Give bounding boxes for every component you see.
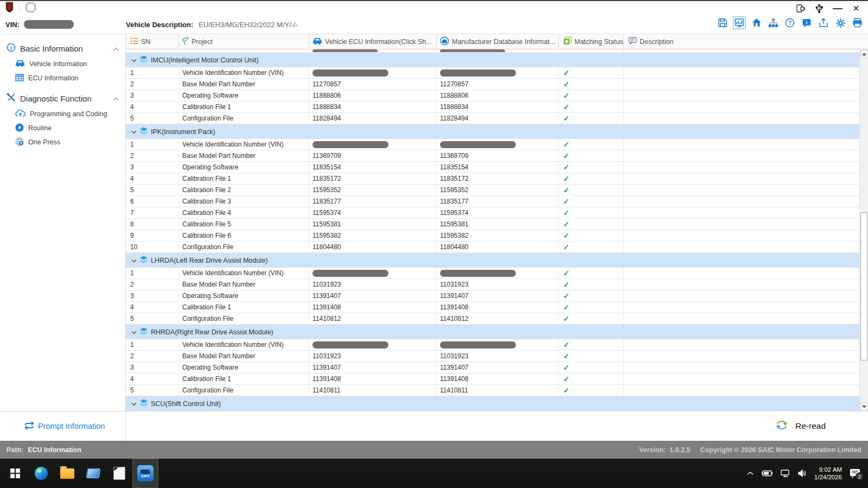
table-row[interactable]: 2 Base Model Part Number 11369709 113697… xyxy=(126,150,868,162)
taskbar-edge-button[interactable] xyxy=(28,459,54,488)
table-row[interactable]: 10 Configuration File 11804480 11804480 … xyxy=(126,242,868,253)
table-row[interactable]: 4 Calibration File 1 11391408 11391408 ✓ xyxy=(126,302,868,313)
column-header-matching-status[interactable]: Matching Status xyxy=(559,34,624,49)
chevron-down-icon[interactable] xyxy=(131,328,137,336)
table-row[interactable]: 5 Configuration File 11828494 11828494 ✓ xyxy=(126,113,868,124)
ecu-group-header[interactable]: LHRDA(Left Rear Drive Assist Module) xyxy=(126,253,868,268)
table-row[interactable]: 4 Calibration File 1 11835172 11835172 ✓ xyxy=(126,173,868,185)
table-row[interactable]: 6 Calibration File 3 11835177 11835177 ✓ xyxy=(126,196,868,207)
tools-icon xyxy=(7,93,16,104)
table-row[interactable]: 8 Calibration File 5 11595381 11595381 ✓ xyxy=(126,219,868,230)
help-icon[interactable]: ? xyxy=(783,16,796,29)
close-button[interactable]: ✕ xyxy=(851,3,861,14)
taskbar-editor-button[interactable] xyxy=(106,459,132,488)
vehicle-ecu-cell: 11835177 xyxy=(309,196,437,207)
table-row[interactable]: 1 Vehicle Identification Number (VIN) ✓ xyxy=(126,67,868,79)
topology-icon[interactable] xyxy=(767,16,780,29)
ecu-group-header[interactable]: IMCU(Intelligent Motor Control Unit) xyxy=(126,53,868,67)
table-row[interactable]: 3 Operating Software 11391407 11391407 ✓ xyxy=(126,290,868,302)
taskbar-sips-button[interactable]: SIPS xyxy=(132,459,158,488)
usb-icon[interactable] xyxy=(814,3,825,14)
sidebar-section-basic-information[interactable]: i Basic Information xyxy=(0,40,125,57)
vertical-scrollbar[interactable] xyxy=(859,49,868,411)
chevron-down-icon[interactable] xyxy=(131,128,137,136)
column-header-description[interactable]: Description xyxy=(624,34,868,49)
ecu-group-header[interactable]: SCU(Shift Control Unit) xyxy=(126,396,868,411)
table-row[interactable]: 2 Base Model Part Number 11031923 110319… xyxy=(126,279,868,290)
sidebar-item-programming-and-coding[interactable]: Programming and Coding xyxy=(0,107,125,121)
sn-cell: 4 xyxy=(126,373,179,384)
matching-status-cell: ✓ xyxy=(559,279,624,290)
taskbar-clock[interactable]: 9:02 AM 1/24/2026 xyxy=(814,466,842,481)
volume-icon[interactable] xyxy=(798,470,807,477)
table-row[interactable]: 2 Base Model Part Number 11031923 110319… xyxy=(126,351,868,362)
battery-icon[interactable] xyxy=(761,470,773,477)
sidebar-item-routine[interactable]: Routine xyxy=(0,121,125,135)
table-row[interactable]: 3 Operating Software 11835154 11835154 ✓ xyxy=(126,162,868,173)
redacted-value xyxy=(312,141,388,148)
chevron-down-icon[interactable] xyxy=(131,56,137,64)
vehicle-ecu-cell: 11595374 xyxy=(309,207,437,218)
share-icon[interactable] xyxy=(817,16,830,29)
table-row[interactable]: 1 Vehicle Identification Number (VIN) ✓ xyxy=(126,139,868,150)
column-header-manufacturer-database-informat...[interactable]: Manufacturer Database Informat... xyxy=(437,34,559,49)
tray-expand-icon[interactable] xyxy=(747,471,754,476)
table-row[interactable]: 5 Configuration File 11410811 11410811 ✓ xyxy=(126,385,868,396)
table-row[interactable]: 7 Calibration File 4 11595374 11595374 ✓ xyxy=(126,207,868,219)
table-row[interactable]: 2 Base Model Part Number 11270857 112708… xyxy=(126,79,868,90)
save-icon[interactable] xyxy=(716,16,729,29)
chevron-down-icon[interactable] xyxy=(131,257,137,264)
ecu-group-name: IMCU(Intelligent Motor Control Unit) xyxy=(151,56,259,64)
taskbar-explorer-button[interactable] xyxy=(54,459,80,488)
collapse-chevron-icon[interactable] xyxy=(113,43,119,53)
collapse-chevron-icon[interactable] xyxy=(113,93,119,103)
description-cell xyxy=(624,90,868,101)
chevron-down-icon[interactable] xyxy=(131,400,137,408)
check-icon: ✓ xyxy=(563,291,570,300)
table-row[interactable]: 5 Configuration File 11410812 11410812 ✓ xyxy=(126,313,868,325)
device-connect-icon[interactable] xyxy=(795,3,806,14)
sidebar-item-vehicle-information[interactable]: Vehicle Information xyxy=(0,57,125,71)
report-chart-icon[interactable] xyxy=(733,16,746,29)
vehicle-description-label: Vehicle Description: xyxy=(126,21,193,29)
column-header-project[interactable]: Project xyxy=(179,34,309,49)
network-icon[interactable] xyxy=(781,470,790,477)
table-row[interactable]: 5 Calibration File 2 11595352 11595352 ✓ xyxy=(126,185,868,196)
re-read-button[interactable]: Re-read xyxy=(775,419,826,434)
start-button[interactable] xyxy=(2,459,28,488)
info-icon[interactable]: i xyxy=(800,16,813,29)
prompt-information-button[interactable]: Prompt Information xyxy=(24,421,105,432)
table-row[interactable]: 1 Vehicle Identification Number (VIN) ✓ xyxy=(126,339,868,351)
notification-center-icon[interactable]: 2 xyxy=(850,468,860,478)
ecu-group-header[interactable]: IPK(Instrument Pack) xyxy=(126,124,868,139)
minimize-button[interactable]: — xyxy=(832,3,843,14)
description-cell xyxy=(624,102,868,112)
table-row[interactable]: 9 Calibration File 6 11595382 11595382 ✓ xyxy=(126,230,868,242)
table-row[interactable]: 4 Calibration File 1 11888834 11888834 ✓ xyxy=(126,102,868,113)
scroll-down-button[interactable] xyxy=(860,403,867,410)
project-cell: Configuration File xyxy=(179,242,309,252)
home-icon[interactable] xyxy=(750,16,763,29)
folder-icon xyxy=(60,468,74,479)
column-header-sn[interactable]: SN xyxy=(126,34,179,49)
matching-status-cell: ✓ xyxy=(559,79,624,90)
vehicle-ecu-cell: 11804480 xyxy=(309,242,437,252)
table-row[interactable]: 4 Calibration File 1 11391408 11391408 ✓ xyxy=(126,373,868,385)
print-icon[interactable] xyxy=(851,16,864,29)
sidebar-item-ecu-information[interactable]: ECU Information xyxy=(0,71,125,85)
sidebar-item-one-press[interactable]: One Press xyxy=(0,135,125,149)
table-row[interactable]: 3 Operating Software 11888806 11888806 ✓ xyxy=(126,90,868,102)
column-header-vehicle-ecu-information[interactable]: Vehicle ECU Information(Click Sh... xyxy=(309,34,437,49)
sidebar-section-diagnostic-function[interactable]: Diagnostic Function xyxy=(0,90,125,107)
settings-icon[interactable] xyxy=(834,16,847,29)
table-row[interactable]: 3 Operating Software 11391407 11391407 ✓ xyxy=(126,362,868,373)
taskbar-app-button[interactable] xyxy=(80,459,106,488)
description-cell xyxy=(624,207,868,218)
scroll-up-button[interactable] xyxy=(860,50,867,58)
matching-status-cell: ✓ xyxy=(559,230,624,241)
table-row[interactable]: 1 Vehicle Identification Number (VIN) ✓ xyxy=(126,268,868,279)
scrollbar-thumb[interactable] xyxy=(860,212,867,360)
manufacturer-db-cell: 11804480 xyxy=(437,242,559,252)
ecu-group-header[interactable]: RHRDA(Right Rear Drive Assist Module) xyxy=(126,325,868,339)
description-cell xyxy=(624,162,868,173)
